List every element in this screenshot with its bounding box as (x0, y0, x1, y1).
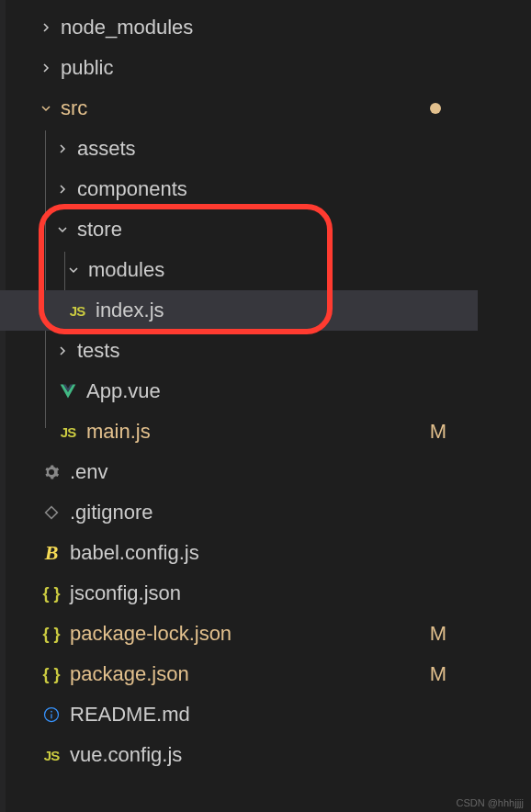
folder-public[interactable]: public (0, 48, 478, 88)
git-icon (39, 504, 64, 521)
chevron-down-icon (39, 101, 53, 116)
file-env[interactable]: .env (0, 452, 478, 492)
file-app-vue[interactable]: App.vue (0, 371, 478, 412)
js-file-icon: JS (39, 748, 64, 763)
folder-src[interactable]: src (0, 88, 478, 129)
file-jsconfig[interactable]: { } jsconfig.json (0, 573, 478, 614)
file-package[interactable]: { } package.json M (0, 654, 478, 694)
file-label: .env (70, 460, 478, 484)
file-label: vue.config.js (70, 743, 478, 767)
folder-node-modules[interactable]: node_modules (0, 7, 478, 48)
modified-badge: M (430, 662, 446, 686)
file-label: package-lock.json (70, 622, 478, 646)
json-file-icon: { } (39, 665, 64, 684)
file-label: package.json (70, 662, 478, 686)
scrollbar[interactable] (514, 0, 531, 812)
chevron-right-icon (39, 20, 53, 35)
file-babel-config[interactable]: B babel.config.js (0, 533, 478, 573)
folder-label: src (61, 96, 478, 120)
chevron-right-icon (55, 182, 70, 197)
info-icon (39, 705, 64, 724)
file-index-js[interactable]: JS index.js (0, 290, 478, 331)
file-label: App.vue (86, 379, 478, 403)
folder-tests[interactable]: tests (0, 331, 478, 371)
watermark: CSDN @hhhjjjj (456, 797, 524, 808)
chevron-down-icon (55, 222, 70, 237)
folder-label: modules (88, 258, 478, 282)
file-label: babel.config.js (70, 541, 478, 565)
folder-assets[interactable]: assets (0, 129, 478, 169)
modified-badge: M (430, 622, 446, 646)
babel-icon: B (39, 541, 64, 565)
js-file-icon: JS (55, 424, 81, 440)
folder-label: node_modules (61, 16, 478, 39)
js-file-icon: JS (64, 303, 90, 319)
folder-label: components (77, 177, 478, 201)
file-label: jsconfig.json (70, 581, 478, 605)
folder-store[interactable]: store (0, 209, 478, 250)
json-file-icon: { } (39, 584, 64, 603)
svg-point-1 (51, 711, 52, 713)
folder-label: public (61, 56, 478, 80)
file-readme[interactable]: README.md (0, 694, 478, 735)
modified-dot-icon (430, 103, 441, 114)
folder-label: store (77, 218, 478, 242)
json-file-icon: { } (39, 625, 64, 644)
folder-label: tests (77, 339, 478, 363)
folder-components[interactable]: components (0, 169, 478, 209)
file-label: README.md (70, 703, 478, 727)
file-label: index.js (96, 299, 478, 322)
file-label: main.js (86, 420, 478, 444)
file-label: .gitignore (70, 501, 478, 524)
folder-label: assets (77, 137, 478, 161)
file-package-lock[interactable]: { } package-lock.json M (0, 614, 478, 654)
chevron-right-icon (39, 61, 53, 75)
file-gitignore[interactable]: .gitignore (0, 492, 478, 533)
gear-icon (39, 464, 64, 480)
chevron-down-icon (66, 263, 81, 277)
chevron-right-icon (55, 141, 70, 156)
folder-modules[interactable]: modules (0, 250, 478, 290)
file-vue-config[interactable]: JS vue.config.js (0, 735, 478, 775)
chevron-right-icon (55, 344, 70, 358)
vue-file-icon (55, 382, 81, 400)
file-main-js[interactable]: JS main.js M (0, 412, 478, 452)
modified-badge: M (430, 420, 446, 444)
file-explorer: node_modules public src assets component… (0, 0, 478, 775)
